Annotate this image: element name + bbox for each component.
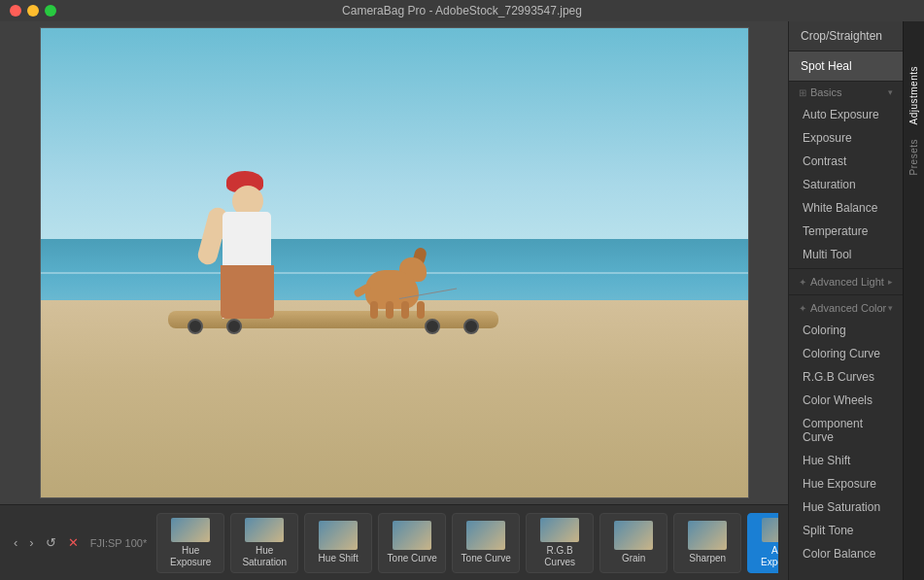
- preset-thumb-0: [171, 518, 210, 542]
- skateboard-wheel: [425, 319, 440, 334]
- preset-item-4[interactable]: Tone Curve: [452, 513, 520, 573]
- preset-item-8[interactable]: Auto Exposure: [747, 513, 778, 573]
- skateboard-wheel: [188, 319, 203, 334]
- preset-label-3: Tone Curve: [388, 553, 437, 564]
- advanced-light-label: Advanced Light: [806, 276, 888, 288]
- nav-next-button[interactable]: ›: [25, 533, 37, 552]
- nav-close-button[interactable]: ✕: [64, 533, 83, 552]
- white-balance-item[interactable]: White Balance: [789, 196, 903, 220]
- hue-shift-item[interactable]: Hue Shift: [789, 449, 903, 472]
- spot-heal-button[interactable]: Spot Heal: [789, 51, 903, 82]
- rgb-curves-item[interactable]: R.G.B Curves: [789, 365, 903, 389]
- preset-thumb-7: [688, 521, 727, 550]
- dog-leg: [417, 301, 425, 319]
- multi-tool-item[interactable]: Multi Tool: [789, 243, 903, 266]
- presets-vtab[interactable]: Presets: [906, 133, 922, 181]
- skateboard-wheel: [226, 319, 242, 334]
- advanced-light-section-header: ✦ Advanced Light ▸: [789, 271, 903, 292]
- preset-label-7: Sharpen: [689, 553, 726, 564]
- preset-thumb-6: [614, 521, 653, 550]
- panel-content: Crop/Straighten Spot Heal ⊞ Basics ▾ Aut…: [789, 21, 903, 580]
- hue-exposure-item[interactable]: Hue Exposure: [789, 472, 903, 495]
- split-tone-item[interactable]: Split Tone: [789, 519, 903, 542]
- basics-section-arrow: ▾: [888, 87, 893, 97]
- close-button[interactable]: [10, 5, 21, 17]
- advanced-light-icon: ✦: [799, 277, 806, 288]
- coloring-item[interactable]: Coloring: [789, 319, 903, 342]
- preset-label-6: Grain: [622, 553, 645, 564]
- sand: [41, 300, 748, 497]
- advanced-color-section-header: ✦ Advanced Color ▾: [789, 297, 903, 319]
- preset-item-0[interactable]: Hue Exposure: [156, 513, 224, 573]
- title-bar: CameraBag Pro - AdobeStock_72993547.jpeg: [0, 0, 924, 21]
- preset-thumb-4: [466, 521, 505, 550]
- exposure-item[interactable]: Exposure: [789, 126, 903, 150]
- advanced-color-icon: ✦: [799, 303, 806, 314]
- preset-label-0: Hue Exposure: [170, 545, 211, 568]
- window-controls: [10, 5, 56, 17]
- preset-label-5: R.G.B Curves: [544, 545, 575, 568]
- preset-label-2: Hue Shift: [319, 553, 359, 564]
- basics-section-header: ⊞ Basics ▾: [789, 82, 903, 103]
- preset-thumb-5: [540, 518, 579, 542]
- coloring-curve-item[interactable]: Coloring Curve: [789, 342, 903, 365]
- dog-leg: [386, 301, 394, 319]
- canvas-area: ‹ › ↺ ✕ FJI:SP 100* Hue ExposureHue Satu…: [0, 21, 788, 580]
- presets-strip: Hue ExposureHue SaturationHue ShiftTone …: [156, 513, 778, 573]
- adjustments-vtab[interactable]: Adjustments: [906, 60, 922, 131]
- skateboard-wheel: [463, 319, 479, 334]
- dog-figure: [365, 241, 433, 319]
- advanced-color-arrow: ▾: [888, 303, 893, 313]
- preset-item-6[interactable]: Grain: [599, 513, 667, 573]
- hue-saturation-item[interactable]: Hue Saturation: [789, 495, 903, 519]
- preset-thumb-2: [319, 521, 358, 550]
- crop-straighten-button[interactable]: Crop/Straighten: [789, 21, 903, 51]
- advanced-light-arrow: ▸: [888, 277, 893, 287]
- dog-legs: [370, 301, 425, 319]
- preset-label-1: Hue Saturation: [242, 545, 287, 568]
- person-pants: [221, 265, 274, 319]
- nav-prev-button[interactable]: ‹: [10, 533, 21, 552]
- vertical-tabs: Adjustments Presets: [903, 21, 924, 580]
- divider: [789, 294, 903, 295]
- preset-thumb-3: [393, 521, 431, 550]
- preset-label-4: Tone Curve: [462, 553, 511, 564]
- basics-section-icon: ⊞: [799, 87, 806, 98]
- temperature-item[interactable]: Temperature: [789, 220, 903, 243]
- panel-tabs: Crop/Straighten Spot Heal ⊞ Basics ▾ Aut…: [789, 21, 924, 580]
- color-wheels-item[interactable]: Color Wheels: [789, 389, 903, 412]
- contrast-item[interactable]: Contrast: [789, 150, 903, 173]
- minimize-button[interactable]: [27, 5, 39, 17]
- photo-frame: [40, 27, 749, 498]
- component-curve-item[interactable]: Component Curve: [789, 412, 903, 449]
- divider: [789, 268, 903, 269]
- preset-item-2[interactable]: Hue Shift: [304, 513, 372, 573]
- preset-item-1[interactable]: Hue Saturation: [230, 513, 298, 573]
- person-figure: [203, 163, 291, 319]
- preset-label-8: Auto Exposure: [761, 545, 778, 568]
- basics-section-label: Basics: [806, 86, 888, 98]
- nav-controls: ‹ › ↺ ✕: [10, 533, 83, 552]
- maximize-button[interactable]: [45, 5, 56, 17]
- advanced-color-label: Advanced Color: [806, 302, 888, 314]
- preset-item-3[interactable]: Tone Curve: [378, 513, 446, 573]
- saturation-item[interactable]: Saturation: [789, 173, 903, 196]
- dog-leg: [401, 301, 409, 319]
- window-title: CameraBag Pro - AdobeStock_72993547.jpeg: [342, 4, 582, 17]
- preset-thumb-8: [762, 518, 778, 542]
- nav-refresh-button[interactable]: ↺: [42, 533, 60, 552]
- preset-thumb-1: [245, 518, 284, 542]
- image-container: [0, 21, 788, 504]
- right-panel: Crop/Straighten Spot Heal ⊞ Basics ▾ Aut…: [788, 21, 924, 580]
- status-info: FJI:SP 100*: [90, 537, 148, 549]
- color-balance-item[interactable]: Color Balance: [789, 542, 903, 565]
- auto-exposure-item[interactable]: Auto Exposure: [789, 103, 903, 126]
- preset-item-7[interactable]: Sharpen: [673, 513, 741, 573]
- dog-leg: [370, 301, 378, 319]
- main-area: ‹ › ↺ ✕ FJI:SP 100* Hue ExposureHue Satu…: [0, 21, 924, 580]
- bottom-toolbar: ‹ › ↺ ✕ FJI:SP 100* Hue ExposureHue Satu…: [0, 504, 788, 580]
- preset-item-5[interactable]: R.G.B Curves: [526, 513, 594, 573]
